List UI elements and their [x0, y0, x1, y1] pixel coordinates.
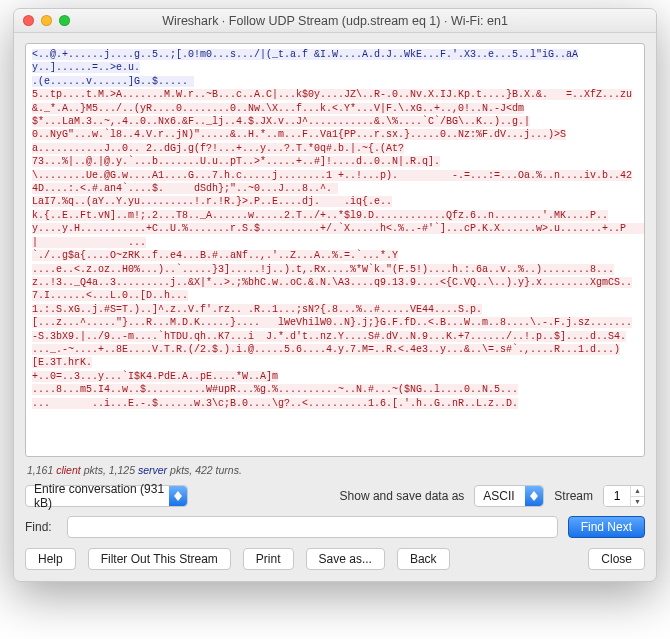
client-word: client [56, 464, 81, 476]
stream-number-input[interactable] [604, 486, 630, 506]
summary-mid2: pkts, [170, 464, 195, 476]
window-controls [14, 15, 70, 26]
client-segment: $*...LaM.3..~,.4..0..Nx6.&F.._lj..4.$.JX… [32, 116, 530, 127]
client-segment: +..0=..3...y...`I$K4.PdE.A..pE....*W..A]… [32, 371, 278, 382]
back-label: Back [410, 552, 437, 566]
show-as-label: Show and save data as [340, 489, 465, 503]
client-segment: ....e..<.z.oz..H0%...)..`.....}3].....!j… [32, 264, 632, 302]
find-input[interactable] [67, 516, 558, 538]
stream-text: <..@.+......j....g..5..;[.0!m0...s.../|(… [32, 48, 638, 410]
client-segment: 1.:.S.xG..j.#S=T.)..]^.z..V.f'.rz.. .R..… [32, 304, 482, 315]
help-button[interactable]: Help [25, 548, 76, 570]
turns-count: 422 turns. [195, 464, 242, 476]
show-as-value: ASCII [483, 489, 514, 503]
client-segment: LaI7.%q..(aY..Y.yu.........!.r.!R.}>.P..… [32, 196, 392, 207]
client-pkt-count: 1,161 [27, 464, 53, 476]
window-title: Wireshark · Follow UDP Stream (udp.strea… [14, 14, 656, 28]
chevron-updown-icon [169, 486, 187, 506]
client-segment: ..._.-~....+..8E....V.T.R.­(/2.$.).i.@..… [32, 344, 620, 368]
filter-out-label: Filter Out This Stream [101, 552, 218, 566]
titlebar: Wireshark · Follow UDP Stream (udp.strea… [14, 9, 656, 33]
chevron-updown-icon [525, 486, 543, 506]
close-button[interactable]: Close [588, 548, 645, 570]
client-segment: \........Ue.@G.w....A1....G...7.h.c.....… [32, 170, 632, 194]
stepper-down-icon[interactable]: ▼ [631, 497, 644, 507]
client-segment: 0..NyG"...w.`l8..4.V.r..jN)".....&..H.*.… [32, 129, 566, 153]
stream-label: Stream [554, 489, 593, 503]
server-pkt-count: 1,125 [109, 464, 135, 476]
close-window-icon[interactable] [23, 15, 34, 26]
conversation-select-value: Entire conversation (931 kB) [34, 482, 165, 510]
client-segment: [...z...^.....­"}...R...M.D.K.....}.... … [32, 317, 632, 341]
window: Wireshark · Follow UDP Stream (udp.strea… [13, 8, 657, 582]
find-next-button[interactable]: Find Next [568, 516, 645, 538]
client-segment: 5..tp....t.M.>A.......M.W.r..~B...c..A.C… [32, 89, 632, 113]
filter-out-button[interactable]: Filter Out This Stream [88, 548, 231, 570]
zoom-window-icon[interactable] [59, 15, 70, 26]
find-label: Find: [25, 520, 57, 534]
server-word: server [138, 464, 167, 476]
client-segment: ... ..i...E.-.$......w.3\c;B.0....\g?..<… [32, 398, 518, 409]
client-segment: k.{..E..Ft.vN]..m!;.2...T8.._A......w...… [32, 210, 645, 248]
save-as-button[interactable]: Save as... [306, 548, 385, 570]
summary-mid1: pkts, [84, 464, 109, 476]
print-button[interactable]: Print [243, 548, 294, 570]
packet-summary: 1,161 client pkts, 1,125 server pkts, 42… [27, 464, 643, 476]
client-segment: `./..g$a{....O~zRK..f..e4...B.#..aNf..,.… [32, 250, 398, 261]
server-segment: <..@.+......j....g..5..;[.0!m0...s.../|(… [32, 49, 578, 73]
help-label: Help [38, 552, 63, 566]
client-segment: ....8...m5.I4..w..$..........W#upR...%g.… [32, 384, 518, 395]
stepper-up-icon[interactable]: ▲ [631, 486, 644, 497]
stream-number-stepper[interactable]: ▲ ▼ [603, 485, 645, 507]
close-label: Close [601, 552, 632, 566]
show-as-select[interactable]: ASCII [474, 485, 544, 507]
back-button[interactable]: Back [397, 548, 450, 570]
save-as-label: Save as... [319, 552, 372, 566]
conversation-select[interactable]: Entire conversation (931 kB) [25, 485, 188, 507]
client-segment: 73...%|..@.|@.y.`...b.......U.u..pT..>*.… [32, 156, 440, 167]
find-next-label: Find Next [581, 520, 632, 534]
server-segment: .(e......v......]G..$..... [32, 76, 194, 87]
stream-content[interactable]: <..@.+......j....g..5..;[.0!m0...s.../|(… [25, 43, 645, 457]
print-label: Print [256, 552, 281, 566]
minimize-window-icon[interactable] [41, 15, 52, 26]
